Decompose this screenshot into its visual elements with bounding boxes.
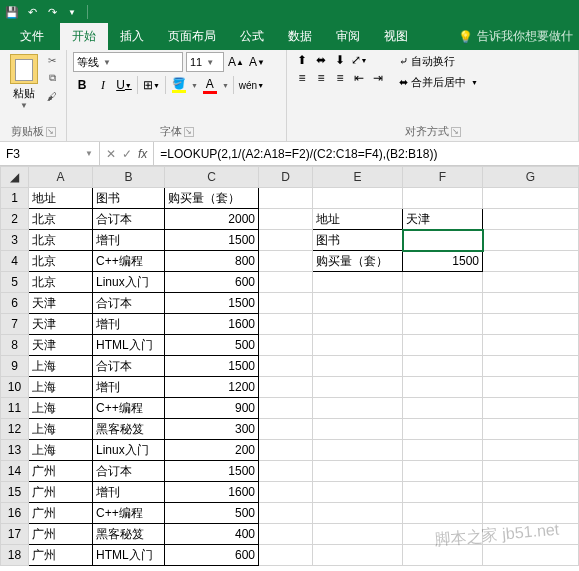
- cell[interactable]: [403, 272, 483, 293]
- cell[interactable]: 900: [165, 398, 259, 419]
- dialog-launcher-icon[interactable]: ↘: [184, 127, 194, 137]
- font-color-button[interactable]: A: [201, 77, 219, 94]
- tab-data[interactable]: 数据: [276, 23, 324, 50]
- name-box[interactable]: F3▼: [0, 142, 100, 165]
- cell[interactable]: 600: [165, 545, 259, 566]
- cell[interactable]: [403, 335, 483, 356]
- cell[interactable]: 1600: [165, 482, 259, 503]
- cell[interactable]: [483, 482, 579, 503]
- cell[interactable]: 合订本: [93, 356, 165, 377]
- cell[interactable]: 购买量（套）: [313, 251, 403, 272]
- cell[interactable]: [403, 503, 483, 524]
- row-header[interactable]: 15: [1, 482, 29, 503]
- row-header[interactable]: 16: [1, 503, 29, 524]
- border-button[interactable]: ⊞▼: [142, 75, 161, 95]
- row-header[interactable]: 5: [1, 272, 29, 293]
- align-left-icon[interactable]: ≡: [293, 70, 311, 86]
- copy-icon[interactable]: ⧉: [44, 70, 60, 86]
- cell[interactable]: 上海: [29, 440, 93, 461]
- cell[interactable]: [313, 377, 403, 398]
- cell[interactable]: 合订本: [93, 293, 165, 314]
- cell[interactable]: [259, 398, 313, 419]
- cell[interactable]: [483, 503, 579, 524]
- underline-button[interactable]: U▼: [115, 75, 133, 95]
- cell[interactable]: [313, 356, 403, 377]
- cell[interactable]: [313, 545, 403, 566]
- col-header-E[interactable]: E: [313, 167, 403, 188]
- dialog-launcher-icon[interactable]: ↘: [46, 127, 56, 137]
- row-header[interactable]: 13: [1, 440, 29, 461]
- row-header[interactable]: 3: [1, 230, 29, 251]
- cell[interactable]: 增刊: [93, 314, 165, 335]
- cell[interactable]: C++编程: [93, 398, 165, 419]
- cancel-icon[interactable]: ✕: [106, 147, 116, 161]
- cell[interactable]: C++编程: [93, 503, 165, 524]
- increase-font-icon[interactable]: A▲: [227, 52, 245, 72]
- cell[interactable]: 400: [165, 524, 259, 545]
- cell[interactable]: [259, 461, 313, 482]
- cell[interactable]: 2000: [165, 209, 259, 230]
- redo-icon[interactable]: ↷: [44, 4, 60, 20]
- cell[interactable]: 地址: [313, 209, 403, 230]
- cell[interactable]: [313, 440, 403, 461]
- cell[interactable]: 增刊: [93, 377, 165, 398]
- cell[interactable]: [313, 188, 403, 209]
- cell[interactable]: [403, 188, 483, 209]
- cell[interactable]: [313, 482, 403, 503]
- row-header[interactable]: 12: [1, 419, 29, 440]
- cell[interactable]: 北京: [29, 272, 93, 293]
- cell[interactable]: C++编程: [93, 251, 165, 272]
- col-header-F[interactable]: F: [403, 167, 483, 188]
- cell[interactable]: 北京: [29, 251, 93, 272]
- cell[interactable]: 增刊: [93, 482, 165, 503]
- qat-dropdown-icon[interactable]: ▼: [64, 4, 80, 20]
- row-header[interactable]: 10: [1, 377, 29, 398]
- cell[interactable]: [259, 503, 313, 524]
- tell-me[interactable]: 💡 告诉我你想要做什: [452, 23, 579, 50]
- cell[interactable]: 1200: [165, 377, 259, 398]
- cell[interactable]: [259, 272, 313, 293]
- cell[interactable]: [403, 440, 483, 461]
- align-center-icon[interactable]: ≡: [312, 70, 330, 86]
- cell[interactable]: 800: [165, 251, 259, 272]
- cell[interactable]: 黑客秘笈: [93, 524, 165, 545]
- cell[interactable]: [483, 440, 579, 461]
- align-right-icon[interactable]: ≡: [331, 70, 349, 86]
- cell[interactable]: 1600: [165, 314, 259, 335]
- cell[interactable]: [259, 356, 313, 377]
- cell[interactable]: [403, 524, 483, 545]
- tab-home[interactable]: 开始: [60, 23, 108, 50]
- cell[interactable]: [483, 335, 579, 356]
- cell[interactable]: 广州: [29, 503, 93, 524]
- cell[interactable]: [483, 230, 579, 251]
- row-header[interactable]: 2: [1, 209, 29, 230]
- cell[interactable]: [259, 482, 313, 503]
- col-header-C[interactable]: C: [165, 167, 259, 188]
- cell[interactable]: [403, 293, 483, 314]
- cell[interactable]: [313, 398, 403, 419]
- cell[interactable]: 500: [165, 335, 259, 356]
- italic-button[interactable]: I: [94, 75, 112, 95]
- cell[interactable]: 1500: [165, 461, 259, 482]
- enter-icon[interactable]: ✓: [122, 147, 132, 161]
- cell[interactable]: 广州: [29, 461, 93, 482]
- cell[interactable]: [259, 335, 313, 356]
- col-header-G[interactable]: G: [483, 167, 579, 188]
- cell[interactable]: [313, 293, 403, 314]
- cell[interactable]: HTML入门: [93, 335, 165, 356]
- undo-icon[interactable]: ↶: [24, 4, 40, 20]
- cell[interactable]: 1500: [165, 293, 259, 314]
- row-header[interactable]: 7: [1, 314, 29, 335]
- tab-file[interactable]: 文件: [8, 23, 60, 50]
- cell[interactable]: 上海: [29, 356, 93, 377]
- cell[interactable]: [483, 251, 579, 272]
- cell[interactable]: 300: [165, 419, 259, 440]
- cell[interactable]: [259, 419, 313, 440]
- merge-center-button[interactable]: ⬌合并后居中▼: [395, 73, 482, 92]
- cell[interactable]: [403, 545, 483, 566]
- cell[interactable]: Linux入门: [93, 272, 165, 293]
- cell[interactable]: [483, 209, 579, 230]
- row-header[interactable]: 4: [1, 251, 29, 272]
- cell[interactable]: 图书: [313, 230, 403, 251]
- wrap-text-button[interactable]: ⤶自动换行: [395, 52, 482, 71]
